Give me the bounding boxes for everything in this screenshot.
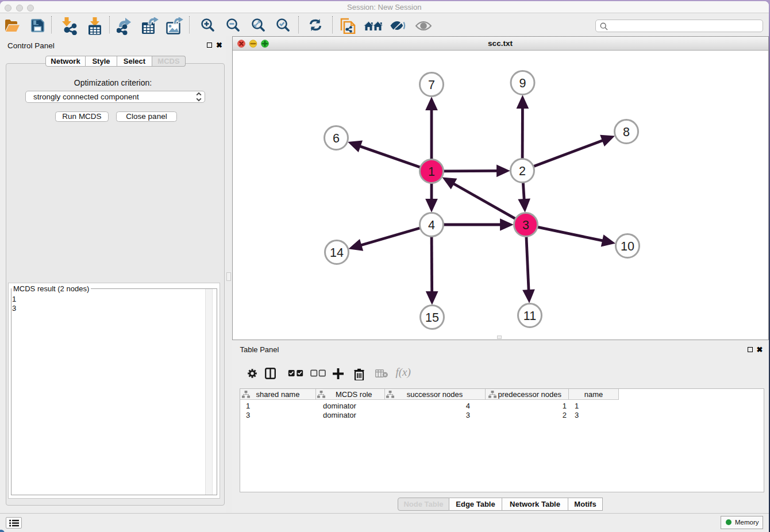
svg-text:4: 4 <box>428 218 435 232</box>
svg-text:7: 7 <box>428 78 435 92</box>
svg-text:2: 2 <box>519 164 526 178</box>
svg-text:8: 8 <box>623 125 630 139</box>
svg-text:1: 1 <box>428 165 435 179</box>
svg-text:15: 15 <box>425 311 439 325</box>
svg-text:11: 11 <box>523 309 536 323</box>
svg-text:9: 9 <box>519 76 526 90</box>
svg-text:14: 14 <box>330 246 344 260</box>
svg-text:6: 6 <box>333 132 340 145</box>
svg-text:3: 3 <box>522 218 529 232</box>
svg-text:10: 10 <box>621 240 634 253</box>
